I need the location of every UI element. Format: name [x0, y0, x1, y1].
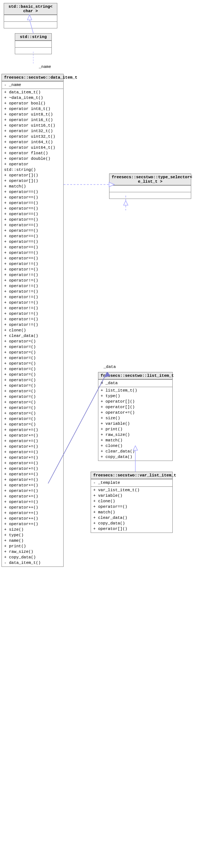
type-selector-section1	[109, 185, 191, 192]
data-item-method-line: + operator uint8_t()	[4, 112, 61, 117]
var-list-item-method-line: + copy_data()	[93, 521, 170, 526]
data-item-method-line: + operator==()	[4, 189, 61, 195]
data-item-methods: + data_item_t()+ ~data_item_t()+ operato…	[2, 89, 63, 566]
list-item-method-line: + copy_data()	[101, 454, 170, 460]
data-item-method-line: + operator+=()	[4, 427, 61, 433]
data-item-method-line: + operator==()	[4, 195, 61, 200]
data-item-method-line: + operator==()	[4, 200, 61, 206]
list-item-private-label: # _data	[101, 380, 170, 386]
list-item-method-line: + variable()	[101, 421, 170, 427]
data-item-method-line: + operator!=()	[4, 317, 61, 322]
data-item-method-line: + operator!=()	[4, 283, 61, 289]
name-label: _name	[39, 65, 51, 69]
data-item-method-line: + operator=()	[4, 405, 61, 411]
data-item-method-line: + operator=()	[4, 411, 61, 416]
std-string-section1	[15, 41, 51, 47]
var-list-item-box: freesecs::secstwo::var_list_item_t - _te…	[91, 472, 173, 533]
data-item-method-line: + operator[]()	[4, 173, 61, 178]
var-list-item-method-line: + variable()	[93, 493, 170, 499]
svg-marker-10	[124, 201, 128, 205]
data-item-method-line: + operator+=()	[4, 499, 61, 505]
data-item-method-line: + operator uint64_t()	[4, 145, 61, 151]
data-item-method-line: + operator=()	[4, 416, 61, 422]
list-item-method-line: + print()	[101, 427, 170, 432]
data-item-method-line: + operator=()	[4, 372, 61, 378]
var-list-item-method-line: + clone()	[93, 499, 170, 504]
data-item-private: - _name	[2, 81, 63, 89]
data-item-method-line: + size()	[4, 527, 61, 533]
list-item-method-line: + operator[]()	[101, 399, 170, 404]
data-item-method-line: + operator=()	[4, 366, 61, 372]
data-item-method-line: + operator+=()	[4, 444, 61, 450]
data-item-title: freesecs::secstwo::data_item_t	[2, 74, 63, 81]
data-item-method-line: + operator+=()	[4, 466, 61, 472]
list-item-method-line: + clone()	[101, 443, 170, 449]
data-item-method-line: + operator==()	[4, 234, 61, 239]
data-item-method-line: + operator==()	[4, 256, 61, 261]
list-item-title: freesecs::secstwo::list_item_t	[98, 372, 172, 379]
list-item-method-line: + match()	[101, 438, 170, 443]
std-basic-string-section2	[4, 21, 57, 28]
diagram-container: std::basic_string< char > std::string _n…	[0, 0, 206, 868]
data-item-method-line: + operator=()	[4, 422, 61, 427]
data-item-box: freesecs::secstwo::data_item_t - _name +…	[1, 74, 64, 567]
data-item-method-line: + operator uint16_t()	[4, 123, 61, 128]
data-item-method-line: + operator+=()	[4, 494, 61, 499]
var-list-item-private: - _template	[91, 479, 172, 486]
data-item-method-line: + operator!=()	[4, 278, 61, 283]
data-item-method-line: + raw_size()	[4, 549, 61, 555]
data-item-method-line: + operator+=()	[4, 483, 61, 488]
list-item-method-line: + operator[]()	[101, 404, 170, 410]
data-item-method-line: + clone()	[4, 328, 61, 333]
var-list-item-title: freesecs::secstwo::var_list_item_t	[91, 472, 172, 479]
list-item-method-line: + operator+=()	[101, 410, 170, 416]
list-item-methods: + list_item_t()+ type()+ operator[]()+ o…	[98, 387, 172, 461]
std-basic-string-title: std::basic_string< char >	[4, 3, 57, 15]
data-item-method-line: + operator+=()	[4, 461, 61, 466]
std-string-section2	[15, 47, 51, 54]
data-item-method-line: + operator[]()	[4, 178, 61, 184]
list-item-method-line: + list_item_t()	[101, 388, 170, 393]
list-item-method-line: + type()	[101, 393, 170, 399]
data-item-method-line: + operator!=()	[4, 261, 61, 267]
data-item-method-line: + clear_data()	[4, 333, 61, 339]
var-list-item-private-label: - _template	[93, 480, 170, 486]
data-item-method-line: + operator float()	[4, 151, 61, 156]
data-item-method-line: + operator=()	[4, 389, 61, 394]
data-item-method-line: + operator==()	[4, 239, 61, 245]
data-item-method-line: + operator++()	[4, 521, 61, 527]
data-item-private-label: - _name	[4, 82, 61, 88]
data-item-method-line: + operator+=()	[4, 488, 61, 494]
data-item-method-line: + match()	[4, 184, 61, 189]
list-item-method-line: + size()	[101, 416, 170, 421]
data-item-method-line: + print()	[4, 544, 61, 549]
data-item-method-line: + operator!=()	[4, 272, 61, 278]
data-item-method-line: + operator=()	[4, 400, 61, 405]
data-item-method-line: + operator=()	[4, 361, 61, 366]
data-item-method-line: + operator++()	[4, 505, 61, 510]
list-item-box: freesecs::secstwo::list_item_t # _data +…	[98, 372, 173, 461]
data-label: _data	[104, 365, 116, 369]
data-item-method-line: + copy_data()	[4, 555, 61, 560]
data-item-method-line: + operator uint32_t()	[4, 134, 61, 140]
data-item-method-line: + operator=()	[4, 344, 61, 350]
data-item-method-line: + operator!=()	[4, 267, 61, 272]
data-item-method-line: + type()	[4, 533, 61, 538]
data-item-method-line: + operator=()	[4, 394, 61, 400]
data-item-method-line: + operator!=()	[4, 294, 61, 300]
var-list-item-method-line: + operator==()	[93, 504, 170, 510]
var-list-item-method-line: + operator[]()	[93, 526, 170, 532]
data-item-method-line: + operator==()	[4, 223, 61, 228]
std-basic-string-box: std::basic_string< char >	[4, 3, 57, 28]
list-item-private: # _data	[98, 379, 172, 387]
data-item-method-line: + operator int8_t()	[4, 106, 61, 112]
data-item-method-line: + operator bool()	[4, 101, 61, 106]
data-item-method-line: + operator!=()	[4, 306, 61, 311]
data-item-method-line: + operator+=()	[4, 455, 61, 461]
data-item-method-line: + operator int64_t()	[4, 140, 61, 145]
list-item-method-line: + clear_data()	[101, 449, 170, 454]
std-string-box: std::string	[15, 33, 52, 54]
data-item-method-line: + operator!=()	[4, 322, 61, 328]
data-item-method-line: + operator int16_t()	[4, 117, 61, 123]
data-item-method-line: + operator==()	[4, 228, 61, 234]
